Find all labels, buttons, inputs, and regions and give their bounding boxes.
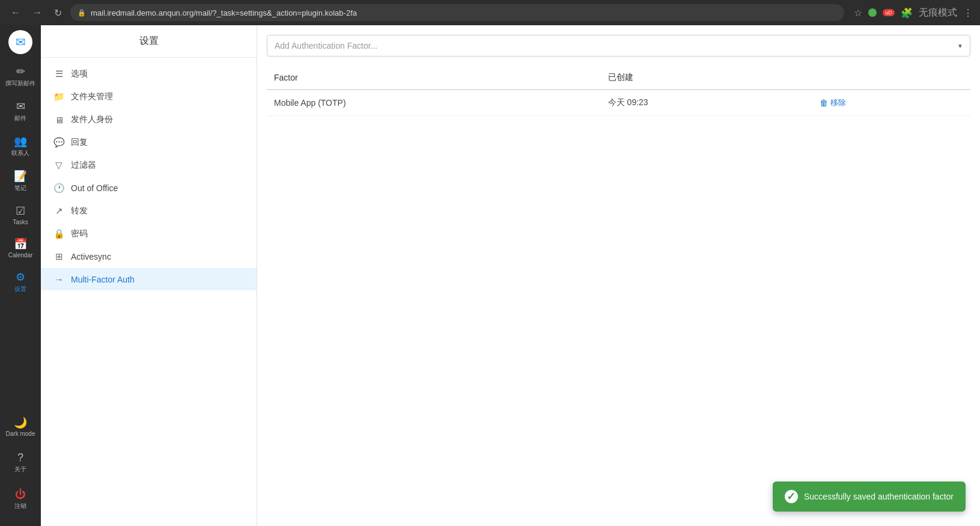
sidebar-bottom: 🌙 Dark mode ? 关于 ⏻ 注销 [2, 410, 38, 521]
settings-menu-item-sender-identity[interactable]: 🖥 发件人身份 [41, 108, 257, 131]
url-text: mail.iredmail.demo.anqun.org/mail/?_task… [91, 8, 357, 17]
notes-icon: 📝 [14, 170, 27, 183]
folder-icon: 📁 [53, 91, 65, 102]
bookmark-button[interactable]: ☆ [854, 7, 862, 19]
forward-label: 转发 [71, 206, 88, 216]
nav-notes[interactable]: 📝 笔记 [2, 165, 38, 197]
nav-calendar[interactable]: 📅 Calendar [2, 233, 38, 263]
mfa-icon: → [53, 274, 65, 284]
forward-button[interactable]: → [29, 5, 46, 20]
filter-icon: ▽ [53, 160, 65, 171]
activesync-icon: ⊞ [53, 251, 65, 262]
nav-contacts[interactable]: 👥 联系人 [2, 130, 38, 162]
calendar-icon: 📅 [14, 237, 27, 251]
add-factor-select-wrapper[interactable]: Add Authentication Factor... Mobile App … [267, 35, 970, 57]
settings-menu-item-out-of-office[interactable]: 🕐 Out of Office [41, 177, 257, 200]
nav-logout[interactable]: ⏻ 注销 [2, 483, 38, 515]
table-row: Mobile App (TOTP) 今天 09:23 🗑 移除 [267, 90, 970, 116]
options-icon: ☰ [53, 69, 65, 79]
tasks-icon: ☑ [16, 204, 25, 218]
settings-menu-item-activesync[interactable]: ⊞ Activesync [41, 245, 257, 268]
factor-actions: 🗑 移除 [812, 90, 970, 116]
icon-sidebar: ✉ ✏ 撰写新邮件 ✉ 邮件 👥 联系人 📝 笔记 ☑ Tasks 📅 Cale… [0, 25, 41, 526]
factors-table: Factor 已创建 Mobile App (TOTP) 今天 09:23 🗑 … [267, 66, 970, 116]
nav-about[interactable]: ? 关于 [2, 447, 38, 479]
url-bar[interactable]: 🔒 mail.iredmail.demo.anqun.org/mail/?_ta… [70, 4, 844, 21]
activesync-label: Activesync [71, 252, 111, 261]
mail-icon: ✉ [16, 100, 25, 113]
about-icon: ? [17, 451, 23, 464]
remove-label: 移除 [830, 97, 846, 108]
refresh-button[interactable]: ↻ [50, 5, 65, 21]
extension-badge: uD [883, 9, 895, 16]
filter-label: 过滤器 [71, 160, 96, 171]
options-label: 选项 [71, 69, 88, 79]
out-of-office-icon: 🕐 [53, 183, 65, 194]
factor-created: 今天 09:23 [601, 90, 812, 116]
app-logo: ✉ [8, 30, 32, 54]
out-of-office-label: Out of Office [71, 183, 118, 193]
logout-icon: ⏻ [15, 488, 26, 501]
col-factor: Factor [267, 66, 601, 90]
browser-chrome: ← → ↻ 🔒 mail.iredmail.demo.anqun.org/mai… [0, 0, 980, 25]
browser-actions: ☆ uD 🧩 无痕模式 ⋮ [854, 7, 973, 19]
back-button[interactable]: ← [7, 5, 24, 20]
settings-menu-item-filter[interactable]: ▽ 过滤器 [41, 154, 257, 177]
toast-notification: ✓ Successfully saved authentication fact… [773, 482, 966, 512]
mfa-label: Multi-Factor Auth [71, 275, 135, 284]
darkmode-icon: 🌙 [14, 416, 27, 429]
nav-settings[interactable]: ⚙ 设置 [2, 266, 38, 298]
settings-menu-item-options[interactable]: ☰ 选项 [41, 63, 257, 85]
settings-sidebar: 设置 ☰ 选项 📁 文件夹管理 🖥 发件人身份 💬 回复 ▽ 过滤器 [41, 25, 257, 526]
app-container: ✉ ✏ 撰写新邮件 ✉ 邮件 👥 联系人 📝 笔记 ☑ Tasks 📅 Cale… [0, 25, 980, 526]
nav-darkmode[interactable]: 🌙 Dark mode [2, 411, 38, 442]
settings-menu-item-reply[interactable]: 💬 回复 [41, 131, 257, 154]
menu-button[interactable]: ⋮ [963, 7, 973, 19]
reply-icon: 💬 [53, 137, 65, 148]
sender-label: 发件人身份 [71, 114, 113, 125]
toast-check-icon: ✓ [785, 490, 798, 503]
add-factor-select[interactable]: Add Authentication Factor... Mobile App … [267, 35, 970, 57]
col-created: 已创建 [601, 66, 812, 90]
factor-name: Mobile App (TOTP) [267, 90, 601, 116]
settings-menu-item-folder-manager[interactable]: 📁 文件夹管理 [41, 85, 257, 108]
factors-table-header-row: Factor 已创建 [267, 66, 970, 90]
trash-icon: 🗑 [820, 98, 828, 108]
settings-menu: ☰ 选项 📁 文件夹管理 🖥 发件人身份 💬 回复 ▽ 过滤器 🕐 Out [41, 58, 257, 295]
extension-button[interactable]: 🧩 [901, 7, 913, 19]
factors-table-body: Mobile App (TOTP) 今天 09:23 🗑 移除 [267, 90, 970, 116]
compose-icon: ✏ [16, 65, 25, 78]
lock-icon: 🔒 [78, 9, 86, 17]
settings-menu-item-forward[interactable]: ↗ 转发 [41, 200, 257, 222]
reader-mode-button[interactable]: 无痕模式 [919, 7, 957, 19]
main-content: Add Authentication Factor... Mobile App … [257, 25, 980, 526]
add-factor-container: Add Authentication Factor... Mobile App … [267, 35, 970, 57]
status-dot [868, 8, 877, 17]
settings-menu-item-password[interactable]: 🔒 密码 [41, 222, 257, 245]
settings-icon: ⚙ [16, 271, 25, 284]
col-actions [812, 66, 970, 90]
folder-label: 文件夹管理 [71, 91, 113, 102]
password-icon: 🔒 [53, 228, 65, 239]
sender-icon: 🖥 [53, 115, 65, 125]
contacts-icon: 👥 [14, 135, 27, 148]
reply-label: 回复 [71, 137, 88, 148]
nav-mail[interactable]: ✉ 邮件 [2, 95, 38, 127]
factors-table-header: Factor 已创建 [267, 66, 970, 90]
logo-icon: ✉ [16, 35, 26, 49]
settings-title: 设置 [41, 25, 257, 58]
password-label: 密码 [71, 228, 88, 239]
forward-icon: ↗ [53, 206, 65, 216]
nav-tasks[interactable]: ☑ Tasks [2, 200, 38, 230]
toast-message: Successfully saved authentication factor [804, 492, 954, 501]
nav-compose[interactable]: ✏ 撰写新邮件 [2, 60, 38, 93]
remove-factor-button[interactable]: 🗑 移除 [820, 97, 846, 108]
settings-menu-item-mfa[interactable]: → Multi-Factor Auth [41, 268, 257, 290]
